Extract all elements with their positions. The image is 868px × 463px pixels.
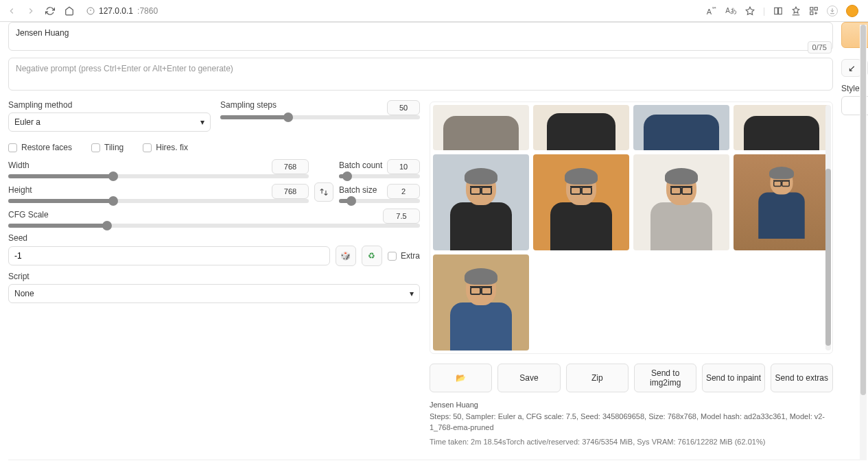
chevron-down-icon: ▾ <box>200 117 204 127</box>
batch-count-value[interactable]: 10 <box>387 159 420 174</box>
sampling-method-label: Sampling method <box>8 100 211 110</box>
svg-rect-4 <box>779 8 782 14</box>
script-label: Script <box>8 272 420 281</box>
result-gallery <box>430 102 833 354</box>
refresh-button[interactable] <box>44 5 56 17</box>
address-bar[interactable]: 127.0.0.1:7860 <box>82 6 700 16</box>
batch-size-slider[interactable] <box>339 199 420 203</box>
footer: API• Github• Gradio• Reload UI python: 3… <box>8 460 860 463</box>
send-img2img-button[interactable]: Send to img2img <box>634 364 696 392</box>
gallery-thumb[interactable] <box>734 105 830 150</box>
save-button[interactable]: Save <box>497 364 560 392</box>
width-label: Width <box>8 161 30 170</box>
svg-rect-7 <box>814 7 817 10</box>
width-slider[interactable] <box>8 174 309 178</box>
page-scrollbar[interactable] <box>860 25 867 460</box>
gallery-thumb[interactable] <box>433 154 529 250</box>
read-aloud-icon[interactable]: Aあ <box>725 6 737 16</box>
tiling-checkbox[interactable]: Tiling <box>91 143 124 152</box>
script-value: None <box>14 289 34 298</box>
gallery-thumb[interactable] <box>633 154 729 250</box>
gallery-thumb[interactable] <box>533 105 629 150</box>
swap-dimensions-button[interactable] <box>314 182 333 202</box>
favorites-bar-icon[interactable] <box>791 6 801 16</box>
open-folder-button[interactable]: 📂 <box>430 364 492 392</box>
negative-placeholder: Negative prompt (press Ctrl+Enter or Alt… <box>16 64 233 73</box>
height-slider[interactable] <box>8 199 309 203</box>
batch-count-label: Batch count <box>339 161 382 170</box>
cfg-value[interactable]: 7.5 <box>383 209 420 224</box>
extra-checkbox[interactable]: Extra <box>388 251 420 261</box>
generation-info: Jensen Huang Steps: 50, Sampler: Euler a… <box>430 399 833 447</box>
prompt-input[interactable]: Jensen Huang <box>8 22 833 51</box>
restore-faces-checkbox[interactable]: Restore faces <box>8 143 72 152</box>
batch-size-value[interactable]: 2 <box>387 184 420 199</box>
height-label: Height <box>8 185 32 195</box>
split-screen-icon[interactable] <box>773 6 783 16</box>
profile-avatar[interactable] <box>846 5 858 17</box>
svg-rect-8 <box>810 12 813 14</box>
info-params: Steps: 50, Sampler: Euler a, CFG scale: … <box>430 411 833 434</box>
url-port: :7860 <box>137 6 158 16</box>
downloads-icon[interactable] <box>827 5 838 16</box>
url-host: 127.0.0.1 <box>99 6 133 16</box>
sampling-method-select[interactable]: Euler a ▾ <box>8 112 211 132</box>
info-prompt: Jensen Huang <box>430 399 833 411</box>
gallery-thumb[interactable] <box>633 105 729 150</box>
sampling-steps-label: Sampling steps <box>220 100 277 112</box>
gallery-thumb[interactable] <box>734 154 830 250</box>
browser-toolbar: 127.0.0.1:7860 A℠ Aあ | <box>0 0 868 22</box>
forward-button[interactable] <box>25 5 37 17</box>
cfg-slider[interactable] <box>8 224 420 228</box>
chevron-down-icon: ▾ <box>410 289 414 298</box>
gallery-scrollbar[interactable] <box>825 105 831 351</box>
gallery-thumb[interactable] <box>533 154 629 250</box>
favorite-icon[interactable] <box>745 6 755 16</box>
prompt-text: Jensen Huang <box>16 28 69 38</box>
send-inpaint-button[interactable]: Send to inpaint <box>702 364 764 392</box>
cfg-label: CFG Scale <box>8 210 49 219</box>
info-timing: Time taken: 2m 18.54sTorch active/reserv… <box>430 436 833 448</box>
gallery-thumb[interactable] <box>433 254 529 351</box>
send-extras-button[interactable]: Send to extras <box>771 364 833 392</box>
svg-rect-6 <box>810 7 813 10</box>
hires-fix-checkbox[interactable]: Hires. fix <box>143 143 188 152</box>
home-button[interactable] <box>63 5 75 17</box>
seed-label: Seed <box>8 233 420 243</box>
sampling-steps-slider[interactable] <box>220 115 420 119</box>
text-size-icon[interactable]: A℠ <box>707 6 717 16</box>
zip-button[interactable]: Zip <box>566 364 629 392</box>
sampling-method-value: Euler a <box>14 117 40 127</box>
seed-input[interactable] <box>8 246 330 265</box>
script-select[interactable]: None ▾ <box>8 284 420 303</box>
recycle-seed-button[interactable]: ♻ <box>362 246 382 266</box>
gallery-thumb[interactable] <box>433 105 529 150</box>
batch-size-label: Batch size <box>339 185 377 195</box>
svg-rect-3 <box>775 8 778 14</box>
batch-count-slider[interactable] <box>339 174 420 178</box>
sampling-steps-value[interactable]: 50 <box>387 100 420 115</box>
negative-prompt-input[interactable]: Negative prompt (press Ctrl+Enter or Alt… <box>8 58 833 91</box>
back-button[interactable] <box>5 5 18 17</box>
collections-icon[interactable] <box>809 6 819 16</box>
height-value[interactable]: 768 <box>272 184 309 199</box>
random-seed-button[interactable]: 🎲 <box>336 246 356 266</box>
width-value[interactable]: 768 <box>272 159 309 174</box>
token-counter: 0/75 <box>808 41 832 54</box>
arrow-tool-button[interactable]: ↙ <box>841 59 862 77</box>
